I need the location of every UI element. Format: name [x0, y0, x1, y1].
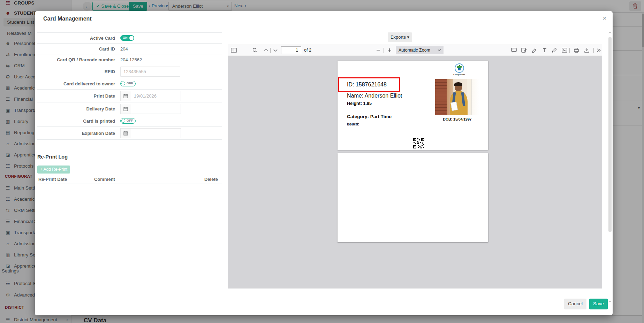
- pdf-comment-tool-button[interactable]: [511, 47, 517, 54]
- chevron-down-icon: ▾: [407, 34, 410, 40]
- pdf-viewer-content[interactable]: College Demo ID: 1587621648 Name: Anders…: [228, 56, 602, 289]
- reprint-col-delete: Delete: [204, 177, 218, 182]
- pdf-zoom-out-button[interactable]: [376, 47, 382, 54]
- student-photo: [435, 79, 479, 115]
- qr-code: [413, 138, 425, 149]
- pdf-page-1-card-front: College Demo ID: 1587621648 Name: Anders…: [338, 61, 488, 150]
- modal-scrollbar[interactable]: [608, 31, 612, 295]
- calendar-icon: [123, 107, 128, 111]
- scroll-up-icon[interactable]: [608, 31, 612, 34]
- add-reprint-button[interactable]: + Add Re-Print: [37, 166, 70, 174]
- card-issued-line: Issued:: [347, 122, 359, 126]
- pdf-text-tool-button[interactable]: [542, 47, 548, 54]
- delivery-date-calendar-button[interactable]: [120, 104, 131, 114]
- print-date-calendar-button[interactable]: [120, 91, 131, 101]
- screen: ☷GROUPS ☻STUDENTS Students List Relative…: [0, 0, 644, 323]
- card-category-line: Category: Part Time: [347, 114, 392, 119]
- pdf-zoom-select[interactable]: Automatic Zoom: [396, 46, 444, 54]
- reprint-table-header: Re-Print Date Comment Delete: [37, 175, 222, 184]
- form-row-expiration-date: Expiration Date: [37, 127, 222, 140]
- pdf-draw-tool-button[interactable]: [552, 47, 558, 54]
- pdf-zoom-in-button[interactable]: [387, 47, 393, 54]
- active-card-toggle[interactable]: ON: [120, 35, 134, 41]
- print-date-input[interactable]: 19/01/2026: [131, 91, 181, 101]
- modal-close-button[interactable]: ×: [600, 14, 609, 22]
- pdf-toolbar: 1 of 2 Automatic Zoom: [228, 45, 602, 55]
- expiration-date-calendar-button[interactable]: [120, 128, 131, 138]
- form-row-print-date: Print Date 19/01/2026: [37, 90, 222, 102]
- calendar-icon: [123, 131, 128, 136]
- pdf-search-button[interactable]: [252, 47, 258, 54]
- card-printed-toggle[interactable]: OFF: [120, 118, 136, 124]
- toolbar-separator: [569, 48, 570, 53]
- form-row-delivered: Card delivered to owner OFF: [37, 78, 222, 90]
- pdf-previous-page-button[interactable]: [264, 47, 270, 54]
- form-row-barcode: Card QR / Barcode number 204-12562: [37, 54, 222, 65]
- card-id-line: ID: 1587621648: [347, 82, 387, 88]
- modal-title: Card Management: [43, 16, 92, 22]
- form-row-card-id: Card ID 204: [37, 44, 222, 54]
- pdf-image-tool-button[interactable]: [562, 47, 568, 54]
- pdf-page-input[interactable]: 1: [281, 46, 301, 54]
- reprint-col-date: Re-Print Date: [38, 177, 67, 182]
- school-logo: College Demo: [449, 63, 470, 76]
- pdf-page-count: of 2: [304, 48, 311, 53]
- pdf-page-2-card-back: [338, 153, 488, 242]
- pdf-signature-tool-button[interactable]: [521, 47, 528, 54]
- pdf-sidebar-toggle-button[interactable]: [231, 47, 237, 54]
- modal-scrollbar-thumb[interactable]: [608, 37, 612, 232]
- toolbar-separator: [270, 48, 271, 53]
- cancel-button[interactable]: Cancel: [564, 299, 586, 309]
- card-management-modal: Card Management × Active Card ON Card ID…: [35, 11, 613, 315]
- card-height-line: Height: 1.85: [347, 101, 372, 106]
- pdf-next-page-button[interactable]: [273, 47, 279, 54]
- chevron-down-icon: [438, 49, 441, 52]
- school-logo-icon: [455, 63, 464, 73]
- pdf-print-button[interactable]: [574, 47, 580, 54]
- form-row-printed: Card is printed OFF: [37, 115, 222, 127]
- plus-icon: +: [40, 167, 43, 172]
- card-delivered-toggle[interactable]: OFF: [120, 81, 136, 86]
- calendar-icon: [123, 94, 128, 98]
- form-row-rfid: RFID 123435555: [37, 65, 222, 78]
- toggle-knob: [121, 119, 125, 123]
- save-button[interactable]: Save: [589, 299, 608, 309]
- pdf-highlight-tool-button[interactable]: [531, 47, 538, 54]
- exports-button[interactable]: Exports ▾: [388, 32, 412, 42]
- toolbar-separator: [593, 48, 594, 53]
- card-dob-line: DOB: 15/04/1997: [435, 117, 479, 121]
- barcode-value: 204-12562: [120, 57, 142, 62]
- expiration-date-input[interactable]: [131, 128, 181, 138]
- card-id-value: 204: [120, 46, 128, 52]
- pdf-more-tools-button[interactable]: [596, 47, 603, 54]
- delivery-date-input[interactable]: [131, 104, 181, 114]
- school-logo-caption: College Demo: [449, 74, 470, 76]
- pdf-download-button[interactable]: [584, 47, 590, 54]
- toggle-knob: [129, 36, 134, 40]
- reprint-log-title: Re-Print Log: [37, 154, 68, 160]
- rfid-input[interactable]: 123435555: [120, 67, 180, 77]
- card-form: Active Card ON Card ID 204 Card QR / Bar…: [37, 32, 222, 140]
- toggle-knob: [121, 82, 125, 85]
- form-row-delivery-date: Delivery Date: [37, 102, 222, 115]
- reprint-col-comment: Comment: [94, 177, 115, 182]
- card-name-line: Name: Anderson Elliot: [347, 93, 402, 99]
- toolbar-separator: [384, 48, 384, 53]
- form-row-active-card: Active Card ON: [37, 32, 222, 44]
- scroll-down-icon[interactable]: [608, 300, 612, 303]
